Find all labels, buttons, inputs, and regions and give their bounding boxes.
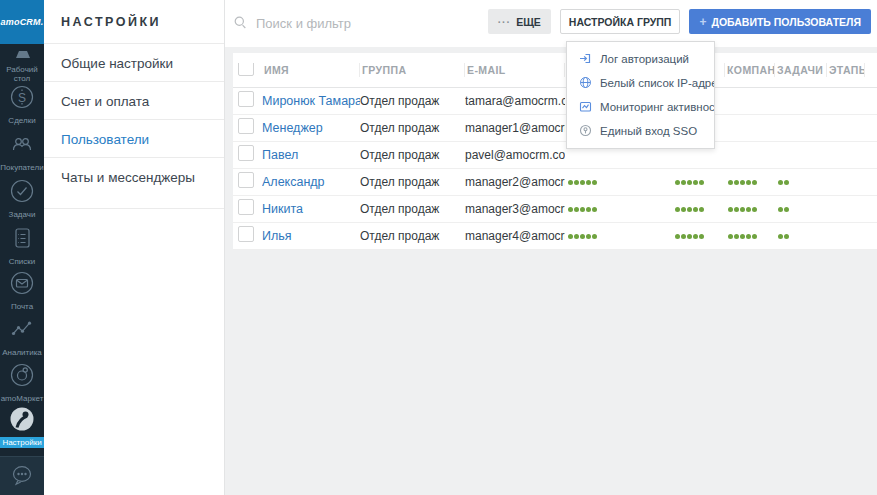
sidebar-item-tasks[interactable]: Задачи	[0, 178, 44, 219]
menu-item-ip-whitelist[interactable]: Белый список IP-адресов	[567, 71, 714, 95]
menu-item-activity-monitoring[interactable]: Мониторинг активности	[567, 95, 714, 119]
rights-dot	[592, 180, 597, 185]
topbar: ··· ЕЩЕ НАСТРОЙКА ГРУПП + ДОБАВИТЬ ПОЛЬЗ…	[225, 0, 877, 47]
rights-dot	[778, 207, 783, 212]
rights-dot	[734, 234, 739, 239]
add-user-button[interactable]: + ДОБАВИТЬ ПОЛЬЗОВАТЕЛЯ	[689, 9, 871, 34]
rights-dot	[728, 207, 733, 212]
settings-nav-users[interactable]: Пользователи	[44, 120, 224, 158]
user-group: Отдел продаж	[360, 202, 465, 216]
sidebar-item-label: Почта	[11, 302, 33, 311]
user-email: manager4@amocrm.com	[465, 229, 565, 243]
analytics-icon	[9, 316, 35, 346]
login-log-icon	[579, 52, 592, 67]
user-name-link[interactable]: Павел	[262, 148, 360, 162]
rights-dots	[725, 207, 775, 212]
monitor-icon	[579, 100, 592, 115]
more-button[interactable]: ··· ЕЩЕ	[488, 9, 551, 34]
sidebar-item-settings[interactable]: Настройки	[0, 406, 44, 447]
user-name-link[interactable]: Менеджер	[262, 121, 360, 135]
user-group: Отдел продаж	[360, 175, 465, 189]
rights-dots	[775, 234, 827, 239]
rights-dot	[586, 234, 591, 239]
user-name-link[interactable]: Миронюк Тамара	[262, 94, 360, 108]
sidebar-item-lists[interactable]: Списки	[0, 225, 44, 266]
settings-nav-general[interactable]: Общие настройки	[44, 44, 224, 82]
user-name-link[interactable]: Илья	[262, 229, 360, 243]
sso-keyhole-icon	[579, 124, 592, 139]
user-email: manager2@amocrm.com	[465, 175, 565, 189]
row-checkbox-cell	[233, 145, 262, 165]
select-all-checkbox[interactable]	[238, 63, 254, 76]
sidebar-item-amomarket[interactable]: amoМаркет	[0, 362, 44, 403]
chat-icon	[9, 462, 35, 492]
rights-dot	[746, 234, 751, 239]
main-content: ··· ЕЩЕ НАСТРОЙКА ГРУПП + ДОБАВИТЬ ПОЛЬЗ…	[225, 0, 877, 495]
rights-dot	[784, 207, 789, 212]
sidebar-item-label: Настройки	[0, 438, 45, 447]
rights-dot	[675, 180, 680, 185]
row-checkbox[interactable]	[238, 118, 254, 134]
sidebar-item-deals[interactable]: S Сделки	[0, 84, 44, 125]
rights-dot	[586, 180, 591, 185]
lists-icon	[9, 225, 35, 255]
menu-item-sso[interactable]: Единый вход SSO	[567, 119, 714, 143]
rights-dot	[778, 234, 783, 239]
sidebar-item-desktop[interactable]: Рабочий стол	[0, 45, 44, 83]
settings-nav-panel: НАСТРОЙКИ Общие настройки Счет и оплата …	[44, 0, 225, 495]
row-checkbox[interactable]	[238, 199, 254, 215]
sidebar-item-analytics[interactable]: Аналитика	[0, 316, 44, 357]
group-settings-button[interactable]: НАСТРОЙКА ГРУПП	[560, 9, 681, 34]
table-row: ПавелОтдел продажpavel@amocrm.com	[233, 142, 877, 169]
sidebar-item-mail[interactable]: Почта	[0, 270, 44, 311]
sidebar-item-label: Аналитика	[2, 348, 42, 357]
sidebar-item-label: Списки	[9, 257, 36, 266]
rights-dot	[699, 207, 704, 212]
rights-dot	[580, 234, 585, 239]
rights-dot	[784, 180, 789, 185]
rights-dot	[675, 207, 680, 212]
row-checkbox[interactable]	[238, 172, 254, 188]
table-row: МенеджерОтдел продажmanager1@amocrm.com	[233, 115, 877, 142]
search-input[interactable]	[254, 15, 468, 32]
amocrm-logo[interactable]: amoCRM.	[0, 0, 44, 44]
row-checkbox[interactable]	[238, 91, 254, 107]
sidebar-chat-button[interactable]	[0, 456, 44, 495]
rights-dots	[775, 180, 827, 185]
column-header-email: E-MAIL	[465, 63, 565, 77]
table-row: ИльяОтдел продажmanager4@amocrm.com	[233, 223, 877, 250]
rights-dot	[693, 180, 698, 185]
sidebar-item-label: amoМаркет	[1, 394, 44, 403]
sidebar-item-buyers[interactable]: Покупатели	[0, 131, 44, 172]
rights-dot	[740, 207, 745, 212]
rights-dots	[725, 234, 775, 239]
rights-dot	[687, 180, 692, 185]
rights-dot	[746, 207, 751, 212]
menu-item-auth-log[interactable]: Лог авторизаций	[567, 47, 714, 71]
row-checkbox[interactable]	[238, 145, 254, 161]
sidebar-item-label: Покупатели	[0, 163, 43, 172]
user-email: pavel@amocrm.com	[465, 148, 565, 162]
user-name-link[interactable]: Никита	[262, 202, 360, 216]
table-body: Миронюк ТамараОтдел продажtamara@amocrm.…	[233, 88, 877, 250]
rights-dot	[681, 180, 686, 185]
table-row: НикитаОтдел продажmanager3@amocrm.com	[233, 196, 877, 223]
deals-icon: S	[9, 84, 35, 114]
row-checkbox[interactable]	[238, 226, 254, 242]
user-name-link[interactable]: Александр	[262, 175, 360, 189]
settings-nav-chats[interactable]: Чаты и мессенджеры	[44, 158, 224, 209]
table-row: АлександрОтдел продажmanager2@amocrm.com	[233, 169, 877, 196]
settings-nav-billing[interactable]: Счет и оплата	[44, 82, 224, 120]
settings-icon	[9, 406, 35, 436]
rights-dot	[693, 234, 698, 239]
rights-dot	[580, 180, 585, 185]
rights-dot	[752, 180, 757, 185]
rights-dot	[728, 180, 733, 185]
more-menu: Лог авторизаций Белый список IP-адресов …	[566, 41, 715, 149]
rights-dot	[728, 234, 733, 239]
search-bar	[234, 0, 468, 47]
ellipsis-icon: ···	[498, 16, 512, 28]
rights-dots	[565, 180, 672, 185]
row-checkbox-cell	[233, 91, 262, 111]
rights-dot	[681, 207, 686, 212]
